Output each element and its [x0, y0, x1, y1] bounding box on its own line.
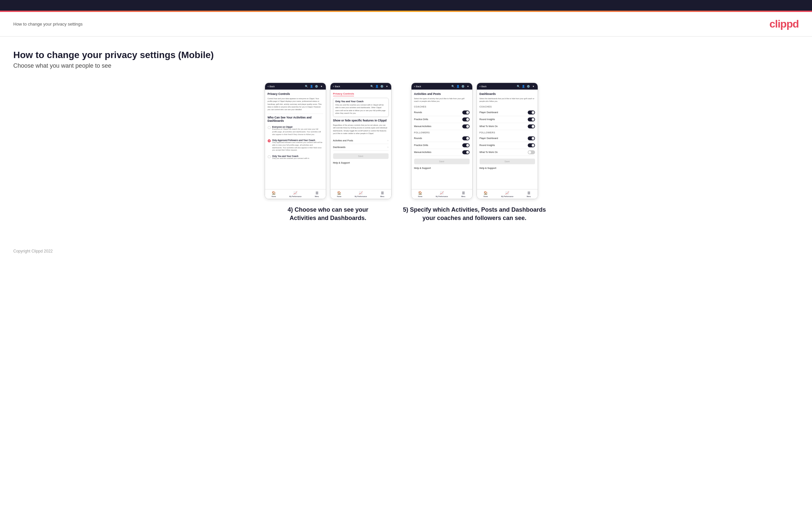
logo: clippd — [769, 18, 799, 30]
phone2-activities-label: Activities and Posts — [333, 139, 353, 142]
coaches-drills-toggle[interactable] — [462, 117, 470, 121]
chevron-down-icon-3: ▾ — [466, 84, 470, 88]
coaches-player-dashboard-toggle[interactable] — [528, 111, 535, 114]
phone3-coaches-rounds: Rounds — [414, 109, 470, 116]
home-label: Home — [272, 195, 276, 198]
phone3-tab-menu[interactable]: ☰ Menu — [461, 191, 466, 198]
phone1-tab-performance[interactable]: 📈 My Performance — [289, 191, 302, 198]
option-coach[interactable]: Only You and Your Coach Only you and the… — [268, 153, 323, 162]
settings-icon-3[interactable]: ⚙️ — [461, 84, 465, 88]
phone2-back[interactable]: < Back — [333, 85, 341, 88]
phone2-dashboards-row[interactable]: Dashboards › — [333, 144, 389, 151]
phone2-save-button[interactable]: Save — [333, 153, 389, 159]
phone1-back[interactable]: < Back — [268, 85, 275, 88]
search-icon-3[interactable]: 🔍 — [451, 84, 455, 88]
person-icon-4[interactable]: 👤 — [522, 84, 525, 88]
phone1-tab-home[interactable]: 🏠 Home — [272, 191, 276, 198]
phone4-save-button[interactable]: Save — [479, 159, 535, 164]
home-label-4: Home — [484, 195, 488, 198]
option-followers[interactable]: Only Approved Followers and Your Coach O… — [268, 137, 323, 153]
settings-icon-2[interactable]: ⚙️ — [380, 84, 384, 88]
coaches-manual-label: Manual Activities — [414, 125, 432, 127]
phone2-help: Help & Support — [333, 162, 389, 164]
phone3-tab-home[interactable]: 🏠 Home — [418, 191, 422, 198]
phone1-bottom-nav: 🏠 Home 📈 My Performance ☰ Menu — [265, 189, 326, 199]
phone2-bottom-nav: 🏠 Home 📈 My Performance ☰ Menu — [331, 189, 391, 199]
phone1-body: Control how and your data appears to eve… — [268, 97, 323, 111]
followers-player-dashboard-toggle[interactable] — [528, 136, 535, 140]
coaches-rounds-toggle[interactable] — [462, 111, 470, 114]
phone3-nav-icons: 🔍 👤 ⚙️ ▾ — [451, 84, 470, 88]
radio-coach[interactable] — [268, 155, 271, 158]
phone2-tab-menu[interactable]: ☰ Menu — [380, 191, 385, 198]
phone3-back[interactable]: < Back — [414, 85, 421, 88]
option-coach-title: Only You and Your Coach — [272, 155, 309, 157]
popup-title: Only You and Your Coach — [336, 100, 386, 103]
phone4-followers-what-to-work: What To Work On — [479, 149, 535, 156]
settings-icon[interactable]: ⚙️ — [315, 84, 318, 88]
menu-icon-3: ☰ — [462, 191, 465, 195]
phone2-tab-performance[interactable]: 📈 My Performance — [355, 191, 367, 198]
caption-1: 4) Choose who can see your Activities an… — [275, 206, 381, 222]
copyright: Copyright Clippd 2022 — [13, 249, 53, 253]
radio-everyone[interactable] — [268, 126, 271, 129]
settings-icon-4[interactable]: ⚙️ — [527, 84, 530, 88]
coaches-what-to-work-toggle[interactable] — [528, 124, 535, 128]
top-bar — [0, 0, 812, 12]
phone3-help: Help & Support — [414, 167, 470, 169]
followers-drills-toggle[interactable] — [462, 143, 470, 147]
phone3-coaches-label: COACHES — [414, 106, 470, 108]
phone3-nav: < Back 🔍 👤 ⚙️ ▾ — [411, 83, 472, 90]
phone4-back[interactable]: < Back — [479, 85, 487, 88]
phone4-nav: < Back 🔍 👤 ⚙️ ▾ — [477, 83, 538, 90]
menu-icon: ☰ — [315, 191, 318, 195]
search-icon-4[interactable]: 🔍 — [517, 84, 520, 88]
phone3-title: Activities and Posts — [414, 92, 470, 96]
home-label-3: Home — [418, 195, 422, 198]
performance-icon: 📈 — [293, 191, 297, 195]
phone3-tab-performance[interactable]: 📈 My Performance — [436, 191, 448, 198]
person-icon-3[interactable]: 👤 — [456, 84, 460, 88]
phone2-tab-label[interactable]: Privacy Controls — [333, 92, 354, 96]
coaches-player-dashboard-label: Player Dashboard — [479, 111, 498, 113]
menu-label-2: Menu — [380, 195, 385, 198]
phone1-tab-menu[interactable]: ☰ Menu — [315, 191, 319, 198]
menu-label-3: Menu — [461, 195, 466, 198]
phone2-content: Privacy Controls Only You and Your Coach… — [331, 90, 391, 189]
option-everyone-title: Everyone on Clippd — [272, 126, 323, 128]
phone4-followers-round-insights: Round Insights — [479, 142, 535, 149]
followers-drills-label: Practice Drills — [414, 144, 428, 146]
followers-rounds-toggle[interactable] — [462, 136, 470, 140]
option-everyone[interactable]: Everyone on Clippd Everyone on Clippd ca… — [268, 124, 323, 137]
screenshot-pair-2: < Back 🔍 👤 ⚙️ ▾ Activities and Posts Sel… — [411, 82, 538, 199]
coaches-round-insights-label: Round Insights — [479, 118, 495, 120]
phone4-followers-label: FOLLOWERS — [479, 131, 535, 134]
phone4-tab-menu[interactable]: ☰ Menu — [527, 191, 531, 198]
followers-what-to-work-toggle[interactable] — [528, 150, 535, 154]
phone4-content: Dashboards Select the dashboards that yo… — [477, 90, 538, 189]
followers-round-insights-toggle[interactable] — [528, 143, 535, 147]
phone3-save-button[interactable]: Save — [414, 159, 470, 164]
option-followers-body: Only approved followers and coaches you … — [272, 142, 323, 152]
performance-label-4: My Performance — [501, 195, 513, 198]
phone2-tab-home[interactable]: 🏠 Home — [337, 191, 341, 198]
phone4-tab-performance[interactable]: 📈 My Performance — [501, 191, 513, 198]
phone2-activities-row[interactable]: Activities and Posts › — [333, 137, 389, 144]
coaches-drills-label: Practice Drills — [414, 118, 428, 120]
chevron-down-icon: ▾ — [320, 84, 323, 88]
search-icon-2[interactable]: 🔍 — [370, 84, 373, 88]
radio-followers[interactable] — [268, 139, 271, 143]
coaches-manual-toggle[interactable] — [462, 124, 470, 128]
screenshot-pair-1: < Back 🔍 👤 ⚙️ ▾ Privacy Controls Control… — [265, 82, 392, 199]
phone4-coaches-label: COACHES — [479, 106, 535, 108]
phone2-show-hide-title: Show or hide specific features in Clippd — [333, 119, 389, 122]
phone4-tab-home[interactable]: 🏠 Home — [484, 191, 488, 198]
search-icon[interactable]: 🔍 — [305, 84, 308, 88]
screenshots-grid: < Back 🔍 👤 ⚙️ ▾ Privacy Controls Control… — [13, 82, 799, 222]
person-icon[interactable]: 👤 — [310, 84, 313, 88]
popup-body: Only you and the coaches you connect wit… — [336, 104, 386, 114]
phone4-help: Help & Support — [479, 167, 535, 169]
followers-manual-toggle[interactable] — [462, 150, 470, 154]
coaches-round-insights-toggle[interactable] — [528, 117, 535, 121]
person-icon-2[interactable]: 👤 — [375, 84, 378, 88]
